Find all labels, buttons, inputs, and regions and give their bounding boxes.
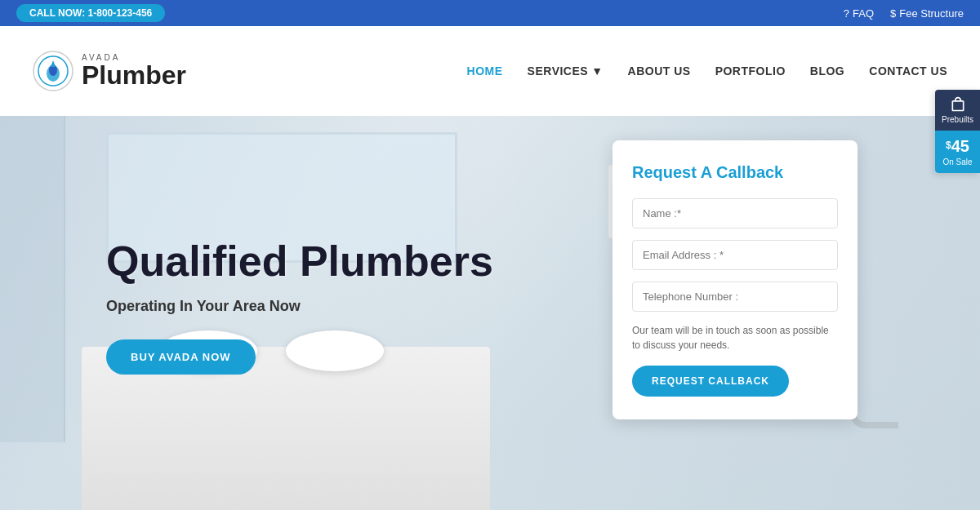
phone-input[interactable] xyxy=(632,282,838,312)
question-icon: ? xyxy=(844,7,849,20)
callback-form: Request A Callback Our team will be in t… xyxy=(612,140,858,419)
hero-content: Qualified Plumbers Operating In Your Are… xyxy=(106,238,493,375)
nav-about[interactable]: ABOUT US xyxy=(628,64,691,78)
top-bar-links: ? FAQ $ Fee Structure xyxy=(844,7,964,20)
price-display: $ 45 xyxy=(940,137,975,156)
hero-subtitle: Operating In Your Area Now xyxy=(106,298,493,315)
hero-title: Qualified Plumbers xyxy=(106,238,493,285)
hero-section: Qualified Plumbers Operating In Your Are… xyxy=(0,116,980,510)
dollar-sign: $ xyxy=(946,140,951,151)
logo-plumber: Plumber xyxy=(82,62,186,88)
svg-marker-4 xyxy=(51,60,56,67)
form-note: Our team will be in touch as soon as pos… xyxy=(632,323,838,353)
prebuilts-top: Prebuilts xyxy=(935,90,980,131)
fee-structure-link[interactable]: $ Fee Structure xyxy=(890,7,964,20)
nav-blog[interactable]: BLOG xyxy=(810,64,844,78)
nav-home[interactable]: HOME xyxy=(467,64,503,78)
prebuilts-panel[interactable]: Prebuilts $ 45 On Sale xyxy=(935,90,980,173)
prebuilts-price: $ 45 On Sale xyxy=(935,131,980,173)
nav-portfolio[interactable]: PORTFOLIO xyxy=(715,64,786,78)
chevron-down-icon: ▼ xyxy=(591,64,603,78)
store-icon xyxy=(950,96,966,113)
prebuilts-label: Prebuilts xyxy=(942,115,973,124)
price-value: 45 xyxy=(951,137,969,156)
email-input[interactable] xyxy=(632,240,838,270)
logo-text: AVADA Plumber xyxy=(82,54,186,88)
logo-icon xyxy=(33,51,74,91)
top-bar: CALL NOW: 1-800-123-456 ? FAQ $ Fee Stru… xyxy=(0,0,980,26)
form-title: Request A Callback xyxy=(632,163,838,182)
call-now-button[interactable]: CALL NOW: 1-800-123-456 xyxy=(16,4,165,22)
faq-link[interactable]: ? FAQ xyxy=(844,7,874,20)
request-callback-button[interactable]: REQUEST CALLBACK xyxy=(632,366,789,397)
nav-contact[interactable]: CONTACT US xyxy=(869,64,947,78)
sale-label: On Sale xyxy=(940,157,975,166)
nav-services[interactable]: SERVICES ▼ xyxy=(528,64,604,78)
buy-avada-button[interactable]: BUY AVADA NOW xyxy=(106,339,256,375)
logo[interactable]: AVADA Plumber xyxy=(33,51,186,91)
name-input[interactable] xyxy=(632,198,838,228)
dollar-icon: $ xyxy=(890,7,896,20)
header: AVADA Plumber HOME SERVICES ▼ ABOUT US P… xyxy=(0,26,980,116)
main-nav: HOME SERVICES ▼ ABOUT US PORTFOLIO BLOG … xyxy=(467,64,947,78)
shower-frame xyxy=(0,116,65,442)
